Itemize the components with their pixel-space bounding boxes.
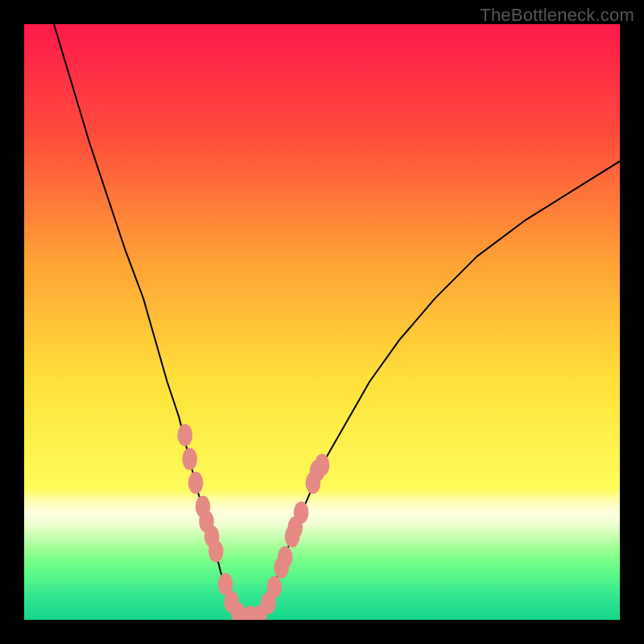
marker-point: [208, 540, 224, 563]
gradient-background: [24, 24, 620, 620]
marker-point: [278, 547, 293, 569]
marker-point: [177, 424, 192, 447]
marker-point: [266, 576, 282, 599]
marker-point: [182, 448, 197, 470]
plot-area: [24, 24, 620, 620]
plot-svg: [24, 24, 620, 620]
chart-frame: TheBottleneck.com: [0, 0, 644, 644]
marker-point: [188, 472, 204, 494]
marker-point: [315, 454, 330, 477]
marker-point: [294, 502, 309, 524]
watermark-text: TheBottleneck.com: [480, 5, 634, 26]
